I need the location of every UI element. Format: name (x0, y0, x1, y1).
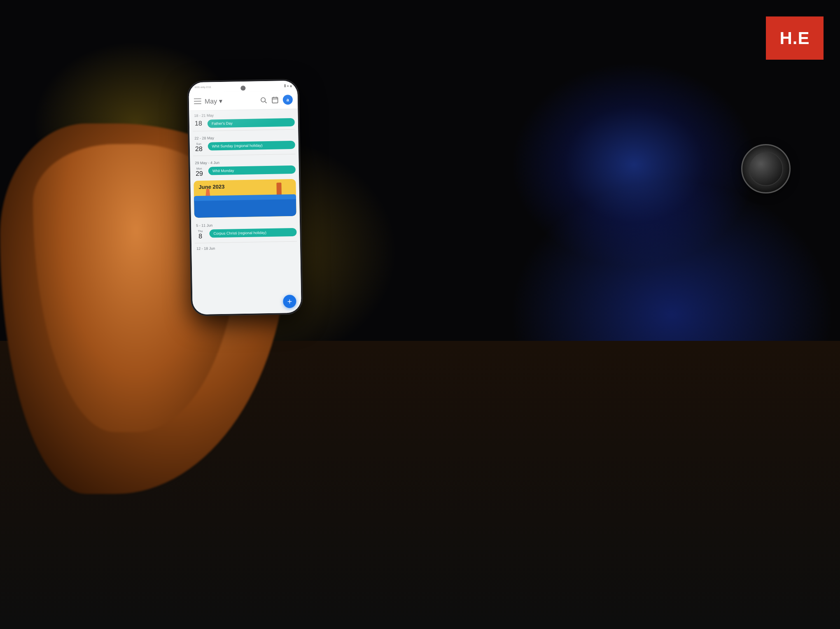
signal-icon: ▐ (284, 84, 285, 87)
header-icons: a (260, 95, 293, 105)
calendar-content: 18 - 21 May 18 Father's Day 22 - 28 May (189, 109, 301, 315)
phone-body: SOS only 2:11 ▐ ▲ ▮ May ▾ (187, 79, 303, 316)
wifi-icon: ▲ (287, 84, 289, 87)
date-8: 8 (194, 233, 206, 240)
date-col-29: Mon 29 (194, 167, 205, 177)
divider-2 (193, 154, 295, 156)
camera-lens (741, 144, 791, 193)
june-banner: June 2023 (194, 179, 296, 218)
event-row-whit-monday: Mon 29 Whit Monday (190, 164, 299, 178)
date-col-8: Thu 8 (194, 230, 206, 240)
whit-monday-event[interactable]: Whit Monday (208, 165, 296, 175)
june-art-water (194, 198, 296, 218)
week-section-28: 22 - 28 May Sun 28 Whit Sunday (regional… (189, 131, 299, 154)
calendar-icon[interactable] (271, 96, 279, 104)
date-col-18: 18 (193, 120, 204, 127)
fathers-day-event[interactable]: Father's Day (208, 118, 295, 128)
status-left-text: SOS only 2:11 (194, 86, 211, 89)
date-col-28: Sun 28 (193, 142, 205, 153)
fab-plus-icon: + (287, 297, 292, 305)
battery-icon: ▮ (290, 84, 292, 87)
week-section-8: 5 - 11 Jun Thu 8 Corpus Christi (regiona… (191, 219, 300, 241)
phone-screen: SOS only 2:11 ▐ ▲ ▮ May ▾ (189, 81, 301, 315)
date-28: 28 (193, 145, 205, 153)
week-section-18: 18 - 21 May 18 Father's Day (189, 109, 298, 130)
svg-point-0 (261, 98, 266, 102)
header-title[interactable]: May ▾ (205, 96, 257, 105)
corpus-christi-event[interactable]: Corpus Christi (regional holiday) (209, 228, 296, 238)
menu-icon[interactable] (194, 98, 201, 104)
search-icon[interactable] (260, 96, 267, 104)
svg-rect-2 (272, 98, 278, 103)
week-header-next: 12 - 18 Jun (191, 243, 300, 252)
event-row-corpus: Thu 8 Corpus Christi (regional holiday) (191, 227, 300, 241)
avatar-letter: a (287, 97, 289, 102)
he-badge: H.E (766, 16, 824, 60)
date-18: 18 (193, 120, 204, 127)
divider-1 (193, 129, 295, 131)
whit-sunday-event[interactable]: Whit Sunday (regional holiday) (208, 141, 295, 151)
divider-3 (195, 241, 297, 243)
app-header: May ▾ a (189, 91, 298, 111)
week-section-29: 29 May - 4 Jun Mon 29 Whit Monday (190, 156, 299, 178)
dropdown-arrow: ▾ (219, 97, 222, 104)
he-badge-text: H.E (779, 28, 810, 48)
event-row-whit-sunday: Sun 28 Whit Sunday (regional holiday) (190, 140, 299, 154)
event-row-fathers-day: 18 Father's Day (189, 117, 298, 130)
svg-line-1 (265, 102, 267, 103)
status-icons: ▐ ▲ ▮ (284, 84, 292, 87)
user-avatar[interactable]: a (283, 95, 293, 105)
june-title: June 2023 (198, 184, 224, 190)
add-event-fab[interactable]: + (283, 295, 296, 308)
month-title: May (205, 98, 217, 105)
date-29: 29 (194, 170, 205, 177)
phone-device: SOS only 2:11 ▐ ▲ ▮ May ▾ (187, 79, 303, 316)
